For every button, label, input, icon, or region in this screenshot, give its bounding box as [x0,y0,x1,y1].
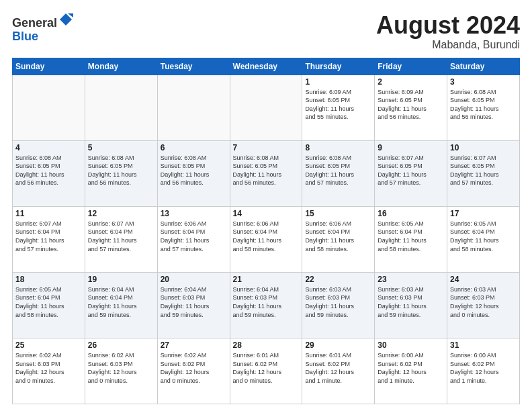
calendar-cell [230,75,302,140]
page: General Blue August 2024 Mabanda, Burund… [0,0,532,411]
day-number: 25 [15,340,82,350]
day-info: Sunrise: 6:01 AM Sunset: 6:02 PM Dayligh… [305,351,371,385]
day-info: Sunrise: 6:08 AM Sunset: 6:05 PM Dayligh… [233,154,300,187]
calendar-cell [13,75,85,140]
day-info: Sunrise: 6:08 AM Sunset: 6:05 PM Dayligh… [450,88,517,122]
calendar-cell: 2Sunrise: 6:09 AM Sunset: 6:05 PM Daylig… [375,75,447,140]
calendar-cell: 31Sunrise: 6:00 AM Sunset: 6:02 PM Dayli… [447,338,520,404]
day-info: Sunrise: 6:02 AM Sunset: 6:03 PM Dayligh… [15,351,82,385]
calendar-cell: 29Sunrise: 6:01 AM Sunset: 6:02 PM Dayli… [302,338,375,404]
weekday-header-friday: Friday [375,58,447,75]
calendar-cell: 12Sunrise: 6:07 AM Sunset: 6:04 PM Dayli… [85,206,157,272]
logo-blue-text: Blue [12,30,38,43]
title-block: August 2024 Mabanda, Burundi [376,12,520,51]
day-number: 16 [378,209,444,218]
day-number: 15 [305,209,371,218]
day-number: 19 [88,275,154,284]
day-number: 10 [450,143,517,152]
day-info: Sunrise: 6:08 AM Sunset: 6:05 PM Dayligh… [161,154,227,187]
day-number: 17 [450,209,517,218]
calendar-table: SundayMondayTuesdayWednesdayThursdayFrid… [12,58,520,404]
day-info: Sunrise: 6:02 AM Sunset: 6:03 PM Dayligh… [88,351,154,385]
weekday-header-tuesday: Tuesday [157,58,230,75]
calendar-cell: 26Sunrise: 6:02 AM Sunset: 6:03 PM Dayli… [85,338,157,404]
calendar-cell: 30Sunrise: 6:00 AM Sunset: 6:02 PM Dayli… [375,338,447,404]
day-number: 9 [378,143,444,152]
day-number: 30 [378,340,444,350]
calendar-cell: 17Sunrise: 6:05 AM Sunset: 6:04 PM Dayli… [447,206,520,272]
day-info: Sunrise: 6:03 AM Sunset: 6:03 PM Dayligh… [378,285,444,319]
day-number: 7 [233,143,300,152]
svg-marker-0 [60,13,72,26]
calendar-cell: 22Sunrise: 6:03 AM Sunset: 6:03 PM Dayli… [302,272,375,338]
calendar-cell: 28Sunrise: 6:01 AM Sunset: 6:02 PM Dayli… [230,338,302,404]
weekday-header-wednesday: Wednesday [230,58,302,75]
calendar-cell: 23Sunrise: 6:03 AM Sunset: 6:03 PM Dayli… [375,272,447,338]
calendar-cell: 19Sunrise: 6:04 AM Sunset: 6:04 PM Dayli… [85,272,157,338]
calendar-cell: 4Sunrise: 6:08 AM Sunset: 6:05 PM Daylig… [13,140,85,206]
day-number: 26 [88,340,154,350]
day-number: 2 [378,77,444,87]
logo-icon [58,12,73,27]
day-number: 13 [161,209,227,218]
logo-general-text: General [12,16,57,30]
day-number: 11 [15,209,82,218]
day-number: 27 [161,340,227,350]
day-number: 28 [233,340,300,350]
header: General Blue August 2024 Mabanda, Burund… [12,12,520,51]
day-number: 18 [15,275,82,284]
day-info: Sunrise: 6:05 AM Sunset: 6:04 PM Dayligh… [450,220,517,253]
day-info: Sunrise: 6:08 AM Sunset: 6:05 PM Dayligh… [88,154,154,187]
calendar-week-row: 1Sunrise: 6:09 AM Sunset: 6:05 PM Daylig… [13,75,520,140]
day-info: Sunrise: 6:01 AM Sunset: 6:02 PM Dayligh… [233,351,300,385]
calendar-cell: 3Sunrise: 6:08 AM Sunset: 6:05 PM Daylig… [447,75,520,140]
day-info: Sunrise: 6:07 AM Sunset: 6:04 PM Dayligh… [88,220,154,253]
day-info: Sunrise: 6:06 AM Sunset: 6:04 PM Dayligh… [233,220,300,253]
day-number: 14 [233,209,300,218]
day-info: Sunrise: 6:05 AM Sunset: 6:04 PM Dayligh… [378,220,444,253]
calendar-week-row: 11Sunrise: 6:07 AM Sunset: 6:04 PM Dayli… [13,206,520,272]
calendar-week-row: 4Sunrise: 6:08 AM Sunset: 6:05 PM Daylig… [13,140,520,206]
logo: General Blue [12,12,73,44]
day-number: 22 [305,275,371,284]
calendar-cell: 5Sunrise: 6:08 AM Sunset: 6:05 PM Daylig… [85,140,157,206]
day-info: Sunrise: 6:06 AM Sunset: 6:04 PM Dayligh… [161,220,227,253]
day-info: Sunrise: 6:07 AM Sunset: 6:04 PM Dayligh… [15,220,82,253]
day-number: 31 [450,340,517,350]
calendar-cell: 8Sunrise: 6:08 AM Sunset: 6:05 PM Daylig… [302,140,375,206]
day-number: 4 [15,143,82,152]
day-info: Sunrise: 6:07 AM Sunset: 6:05 PM Dayligh… [378,154,444,187]
day-info: Sunrise: 6:00 AM Sunset: 6:02 PM Dayligh… [378,351,444,385]
calendar-cell: 25Sunrise: 6:02 AM Sunset: 6:03 PM Dayli… [13,338,85,404]
calendar-cell: 14Sunrise: 6:06 AM Sunset: 6:04 PM Dayli… [230,206,302,272]
weekday-header-sunday: Sunday [13,58,85,75]
day-info: Sunrise: 6:07 AM Sunset: 6:05 PM Dayligh… [450,154,517,187]
day-number: 5 [88,143,154,152]
calendar-header-row: SundayMondayTuesdayWednesdayThursdayFrid… [13,58,520,75]
calendar-cell: 15Sunrise: 6:06 AM Sunset: 6:04 PM Dayli… [302,206,375,272]
calendar-cell: 13Sunrise: 6:06 AM Sunset: 6:04 PM Dayli… [157,206,230,272]
day-info: Sunrise: 6:03 AM Sunset: 6:03 PM Dayligh… [450,285,517,319]
day-number: 8 [305,143,371,152]
day-info: Sunrise: 6:04 AM Sunset: 6:03 PM Dayligh… [161,285,227,319]
calendar-cell: 9Sunrise: 6:07 AM Sunset: 6:05 PM Daylig… [375,140,447,206]
calendar-cell: 18Sunrise: 6:05 AM Sunset: 6:04 PM Dayli… [13,272,85,338]
calendar-week-row: 25Sunrise: 6:02 AM Sunset: 6:03 PM Dayli… [13,338,520,404]
calendar-cell: 6Sunrise: 6:08 AM Sunset: 6:05 PM Daylig… [157,140,230,206]
day-info: Sunrise: 6:02 AM Sunset: 6:02 PM Dayligh… [161,351,227,385]
calendar-cell [85,75,157,140]
calendar-cell: 16Sunrise: 6:05 AM Sunset: 6:04 PM Dayli… [375,206,447,272]
weekday-header-saturday: Saturday [447,58,520,75]
location: Mabanda, Burundi [376,39,520,51]
calendar-cell: 21Sunrise: 6:04 AM Sunset: 6:03 PM Dayli… [230,272,302,338]
day-info: Sunrise: 6:09 AM Sunset: 6:05 PM Dayligh… [305,88,371,122]
weekday-header-thursday: Thursday [302,58,375,75]
day-info: Sunrise: 6:08 AM Sunset: 6:05 PM Dayligh… [15,154,82,187]
day-number: 29 [305,340,371,350]
calendar-week-row: 18Sunrise: 6:05 AM Sunset: 6:04 PM Dayli… [13,272,520,338]
calendar-cell: 7Sunrise: 6:08 AM Sunset: 6:05 PM Daylig… [230,140,302,206]
day-info: Sunrise: 6:08 AM Sunset: 6:05 PM Dayligh… [305,154,371,187]
calendar-cell: 11Sunrise: 6:07 AM Sunset: 6:04 PM Dayli… [13,206,85,272]
day-info: Sunrise: 6:09 AM Sunset: 6:05 PM Dayligh… [378,88,444,122]
month-year: August 2024 [376,12,520,39]
